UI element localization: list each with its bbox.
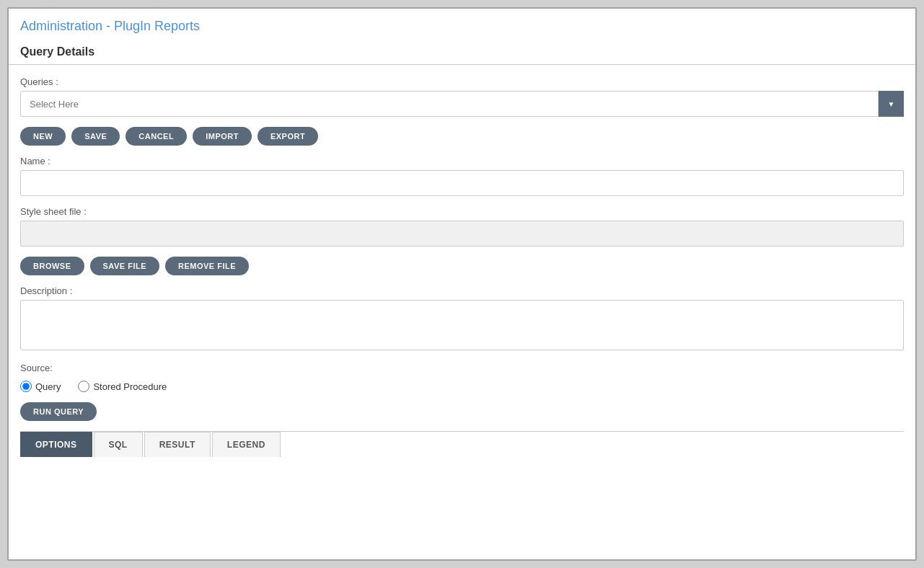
radio-query-label[interactable]: Query xyxy=(35,381,61,392)
source-label: Source: xyxy=(20,363,904,373)
title-highlight: PlugIn Reports xyxy=(114,19,200,33)
tabs-row: OPTIONS SQL RESULT LEGEND xyxy=(20,431,904,457)
tab-legend[interactable]: LEGEND xyxy=(212,432,281,457)
stylesheet-group: Style sheet file : xyxy=(20,206,904,247)
name-label: Name : xyxy=(20,156,904,167)
browse-button[interactable]: BROWSE xyxy=(20,257,84,275)
queries-dropdown-button[interactable] xyxy=(878,91,904,117)
radio-stored-input[interactable] xyxy=(78,381,89,392)
queries-label: Queries : xyxy=(20,76,904,87)
file-buttons-row: BROWSE SAVE FILE REMOVE FILE xyxy=(20,257,904,275)
queries-select-input[interactable] xyxy=(20,91,904,117)
description-textarea[interactable] xyxy=(20,300,904,350)
radio-stored-label[interactable]: Stored Procedure xyxy=(93,381,167,392)
save-file-button[interactable]: SAVE FILE xyxy=(90,257,160,275)
radio-query-option[interactable]: Query xyxy=(20,381,61,392)
tab-result[interactable]: RESULT xyxy=(144,432,211,457)
name-input[interactable] xyxy=(20,170,904,196)
new-button[interactable]: NEW xyxy=(20,127,66,146)
queries-select-wrapper xyxy=(20,91,904,117)
source-section: Source: Query Stored Procedure xyxy=(20,363,904,392)
run-button-row: RUN QUERY xyxy=(20,402,904,421)
save-button[interactable]: SAVE xyxy=(71,127,120,146)
source-radio-group: Query Stored Procedure xyxy=(20,381,904,392)
description-group: Description : xyxy=(20,285,904,352)
stylesheet-label: Style sheet file : xyxy=(20,206,904,217)
radio-stored-option[interactable]: Stored Procedure xyxy=(78,381,167,392)
window-title: Administration - PlugIn Reports xyxy=(20,19,904,34)
window-header: Administration - PlugIn Reports xyxy=(9,9,915,40)
queries-group: Queries : xyxy=(20,76,904,117)
tab-options[interactable]: OPTIONS xyxy=(20,432,92,457)
run-query-button[interactable]: RUN QUERY xyxy=(20,402,97,421)
radio-query-input[interactable] xyxy=(20,381,32,392)
main-window: Administration - PlugIn Reports Query De… xyxy=(7,7,917,561)
name-group: Name : xyxy=(20,156,904,196)
content-area: Queries : NEW SAVE CANCEL IMPORT EXPORT … xyxy=(9,65,915,559)
page-title: Query Details xyxy=(9,40,915,65)
action-buttons-row: NEW SAVE CANCEL IMPORT EXPORT xyxy=(20,127,904,146)
export-button[interactable]: EXPORT xyxy=(258,127,318,146)
tab-sql[interactable]: SQL xyxy=(94,432,143,457)
stylesheet-input xyxy=(20,221,904,247)
remove-file-button[interactable]: REMOVE FILE xyxy=(165,257,249,275)
title-prefix: Administration - xyxy=(20,19,114,33)
cancel-button[interactable]: CANCEL xyxy=(126,127,187,146)
import-button[interactable]: IMPORT xyxy=(193,127,252,146)
description-label: Description : xyxy=(20,285,904,296)
